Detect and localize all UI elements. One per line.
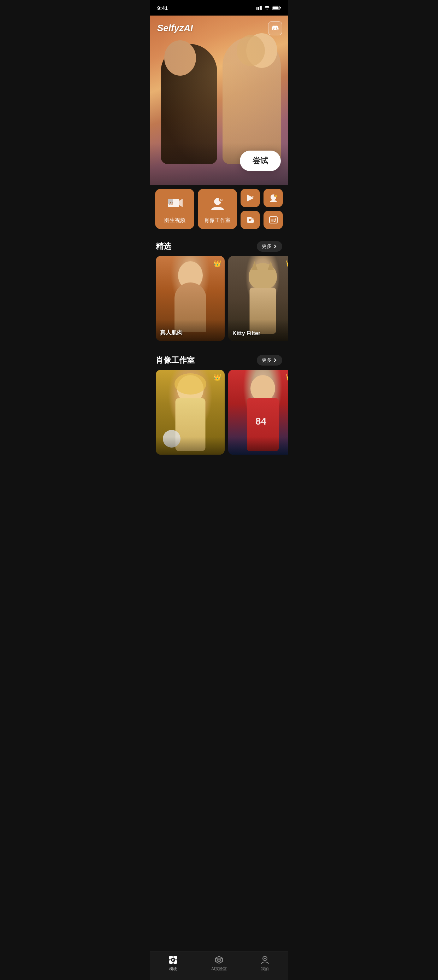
video-tool-label: 图生视频 (164, 217, 186, 224)
portrait-tool-icon: AI (210, 196, 225, 213)
video-tool-icon: AI (167, 196, 182, 213)
crown-icon-2: 👑 (286, 259, 288, 267)
svg-marker-9 (179, 199, 182, 207)
svg-text:AI: AI (252, 218, 254, 220)
status-time: 9:41 (157, 5, 168, 11)
portrait-more-button[interactable]: 更多 (257, 355, 282, 366)
portrait-section: 肖像工作室 更多 👑 84 👑 (150, 348, 288, 465)
portrait-section-header: 肖像工作室 更多 (150, 348, 288, 370)
tools-section: AI 图生视频 AI 肖像工作室 AI (150, 185, 288, 234)
portrait-tool-label: 肖像工作室 (204, 217, 231, 224)
featured-title: 精选 (156, 241, 171, 252)
small-tool-2[interactable]: 😊 (263, 189, 283, 207)
card-label-muscle: 真人肌肉 (160, 329, 182, 337)
card-label-kitty: Kitty Filter (232, 330, 260, 337)
featured-section-header: 精选 更多 (150, 234, 288, 256)
svg-text:+: + (275, 217, 276, 219)
portrait-title: 肖像工作室 (156, 355, 195, 366)
svg-point-4 (267, 9, 268, 10)
video-tool-card[interactable]: AI 图生视频 (155, 189, 194, 229)
featured-cards: 👑 真人肌肉 👑 Kitty Filter 👑 乐高 (150, 256, 288, 348)
svg-text:😊: 😊 (275, 195, 277, 197)
try-button[interactable]: 尝试 (240, 151, 281, 171)
discord-button[interactable] (268, 21, 282, 35)
crown-icon-4: 👑 (213, 373, 221, 381)
crown-icon-5: 👑 (286, 373, 288, 381)
svg-rect-11 (168, 199, 173, 204)
status-bar: 9:41 (150, 0, 288, 16)
svg-rect-2 (260, 6, 261, 10)
featured-card-muscle[interactable]: 👑 真人肌肉 (156, 256, 225, 341)
small-tool-4[interactable]: HD + (263, 211, 283, 229)
svg-rect-7 (280, 7, 281, 8)
svg-rect-3 (261, 6, 262, 10)
featured-card-kitty[interactable]: 👑 Kitty Filter (228, 256, 288, 341)
status-icons (256, 6, 281, 10)
svg-rect-6 (273, 7, 279, 9)
app-logo: SelfyzAI (157, 22, 193, 33)
svg-text:AI: AI (252, 196, 254, 197)
portrait-card-1[interactable]: 👑 (156, 370, 225, 455)
svg-text:AI: AI (220, 198, 222, 202)
hero-section: SelfyzAI 尝试 (150, 16, 288, 185)
portrait-card-2[interactable]: 84 👑 (228, 370, 288, 455)
small-tools-grid: AI 😊 AI HD + (241, 189, 283, 229)
portrait-tool-card[interactable]: AI 肖像工作室 (198, 189, 237, 229)
featured-more-button[interactable]: 更多 (257, 241, 282, 252)
crown-icon: 👑 (213, 259, 221, 267)
small-tool-1[interactable]: AI (241, 189, 260, 207)
portrait-cards: 👑 84 👑 👑 (150, 370, 288, 462)
small-tool-3[interactable]: AI (241, 211, 260, 229)
svg-rect-0 (256, 7, 257, 10)
svg-rect-1 (258, 7, 259, 10)
